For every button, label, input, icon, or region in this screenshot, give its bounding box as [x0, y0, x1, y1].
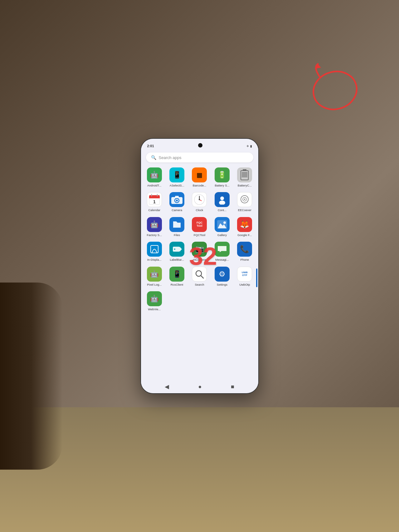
svg-marker-27 [180, 247, 182, 252]
app-icon-battery-s: 🔋 [215, 167, 230, 182]
app-item-phone[interactable]: 📞 Phone [234, 240, 255, 263]
app-icon-camera [169, 192, 184, 207]
app-item-barcode[interactable]: ▦ Barcode... [188, 166, 210, 189]
app-grid: 🤖 AndroidT... 📱 ASelectS... ▦ Barcode...… [141, 166, 258, 313]
app-label-search: Search [195, 283, 204, 286]
app-icon-uwbotp: UWBOTP [237, 267, 252, 282]
app-icon-labelbar [169, 242, 184, 257]
recents-button[interactable]: ■ [231, 384, 234, 390]
app-icon-fqctool: FQCTool [192, 217, 207, 232]
app-item-indisplay[interactable]: In-Displa... [144, 240, 165, 263]
app-label-aselects: ASelectS... [170, 184, 184, 187]
app-item-webview[interactable]: 🤖 WebVie... [144, 289, 165, 313]
app-item-uwbotp[interactable]: UWBOTP UwbOtp [234, 265, 255, 288]
app-item-googlef[interactable]: 🦊 Google F... [234, 215, 255, 239]
app-item-labelbar[interactable]: LabelBar... [166, 240, 188, 263]
app-icon-calendar: 1 [147, 192, 162, 207]
svg-rect-5 [149, 197, 160, 198]
app-item-search[interactable]: Search [188, 265, 210, 288]
scroll-indicator [256, 268, 257, 287]
status-icons: ✈ ▮ [246, 144, 252, 148]
app-label-gallery: Gallery [217, 233, 227, 237]
app-item-files[interactable]: Files [166, 215, 188, 239]
app-icon-clock [192, 192, 207, 207]
app-label-clock: Clock [196, 208, 203, 212]
airplane-icon: ✈ [246, 144, 249, 148]
app-label-webview: WebVie... [148, 307, 161, 311]
svg-point-24 [223, 221, 226, 224]
nav-bar: ◀ ● ■ [141, 380, 258, 393]
app-item-batteryc[interactable]: BatteryC... [234, 166, 255, 189]
app-icon-mcamera: 📷 [192, 242, 207, 257]
app-icon-files [169, 217, 184, 232]
app-item-clock[interactable]: Clock [188, 190, 210, 214]
app-label-files: Files [174, 233, 180, 237]
svg-rect-2 [242, 172, 247, 177]
svg-point-28 [174, 249, 175, 250]
svg-point-16 [199, 199, 200, 200]
svg-point-18 [219, 201, 225, 205]
app-icon-googlef: 🦊 [237, 217, 252, 232]
app-item-battery-s[interactable]: 🔋 Battery S... [211, 166, 233, 189]
app-label-phone: Phone [241, 258, 249, 261]
search-bar[interactable]: 🔍 Search apps [146, 152, 253, 162]
svg-rect-12 [175, 196, 179, 198]
search-placeholder: Search apps [159, 155, 182, 160]
camera-notch [198, 143, 202, 148]
home-button[interactable]: ● [198, 384, 202, 390]
app-label-calendar: Calendar [148, 208, 160, 212]
app-label-fqctool: FQCTool [194, 233, 205, 237]
app-label-googlef: Google F... [237, 233, 252, 237]
app-icon-contacts [215, 192, 230, 207]
app-icon-webview: 🤖 [147, 291, 162, 306]
app-item-calendar[interactable]: 1 Calendar [144, 190, 165, 214]
app-item-mcamera[interactable]: 📷 mCamera [188, 240, 210, 263]
app-icon-factorys: 🤖 [147, 217, 162, 232]
app-icon-eecoexer [237, 192, 252, 207]
hand-silhouette [0, 283, 62, 470]
time-display: 2:01 [147, 144, 154, 148]
app-item-gallery[interactable]: Gallery [211, 215, 233, 239]
app-drawer: 🔍 Search apps 🤖 AndroidT... 📱 ASelectS..… [141, 150, 258, 389]
app-label-factorys: Factory S... [147, 233, 162, 237]
svg-rect-1 [243, 169, 246, 171]
svg-text:1: 1 [153, 199, 156, 204]
app-icon-messagi [215, 242, 230, 257]
app-item-messagi[interactable]: Messagi... [211, 240, 233, 263]
battery-icon: ▮ [250, 144, 252, 148]
app-item-settings[interactable]: ⚙ Settings [211, 265, 233, 288]
phone: 2:01 ✈ ▮ 🔍 Search apps 🤖 AndroidT... [140, 138, 259, 394]
app-icon-settings: ⚙ [215, 267, 230, 282]
app-label-mcamera: mCamera [193, 258, 206, 261]
app-item-fqctool[interactable]: FQCTool FQCTool [188, 215, 210, 239]
app-label-labelbar: LabelBar... [170, 258, 184, 261]
app-icon-aselects: 📱 [169, 167, 184, 182]
app-icon-search [192, 267, 207, 282]
svg-point-11 [176, 200, 178, 201]
app-item-contacts[interactable]: Cont... [211, 190, 233, 214]
app-icon-indisplay [147, 242, 162, 257]
app-label-messagi: Messagi... [215, 258, 229, 261]
app-item-rcsclient[interactable]: 📱 RcsClient [166, 265, 188, 288]
back-button[interactable]: ◀ [165, 383, 169, 390]
app-item-androidthings[interactable]: 🤖 AndroidT... [144, 166, 165, 189]
svg-line-30 [201, 276, 203, 278]
app-icon-barcode: ▦ [192, 167, 207, 182]
app-label-settings: Settings [217, 283, 227, 286]
app-icon-androidthings: 🤖 [147, 167, 162, 182]
app-label-pixellog: Pixel Log... [147, 283, 162, 286]
app-item-pixellog[interactable]: 🤖 Pixel Log... [144, 265, 165, 288]
app-label-contacts: Cont... [218, 208, 226, 212]
svg-point-17 [220, 196, 224, 200]
app-label-barcode: Barcode... [193, 184, 206, 187]
app-icon-rcsclient: 📱 [169, 267, 184, 282]
app-label-battery-s: Battery S... [215, 184, 229, 187]
search-icon: 🔍 [151, 155, 156, 160]
app-item-aselects[interactable]: 📱 ASelectS... [166, 166, 188, 189]
app-item-factorys[interactable]: 🤖 Factory S... [144, 215, 165, 239]
app-item-eecoexer[interactable]: EECoexer [234, 190, 255, 214]
svg-rect-26 [173, 247, 180, 252]
app-item-camera[interactable]: Camera [166, 190, 188, 214]
app-label-camera: Camera [172, 208, 182, 212]
app-label-eecoexer: EECoexer [238, 208, 251, 212]
